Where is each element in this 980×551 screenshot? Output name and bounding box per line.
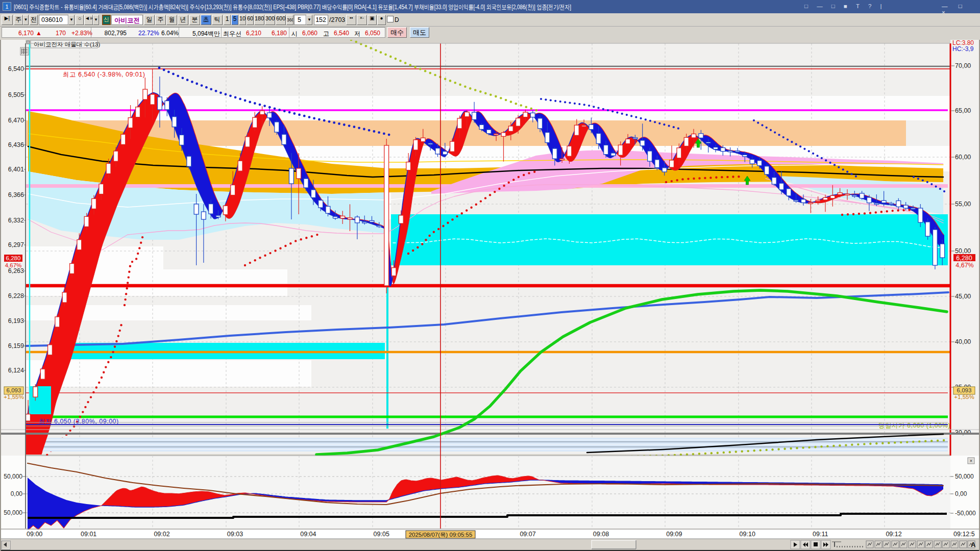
svg-text:6,124: 6,124 [8, 367, 24, 374]
svg-text:+1,55%: +1,55% [4, 394, 23, 400]
svg-text:09:02: 09:02 [154, 531, 169, 538]
svg-text:6,505: 6,505 [8, 91, 24, 98]
svg-text:09:08: 09:08 [593, 531, 609, 538]
svg-text:4,67%: 4,67% [5, 262, 22, 268]
svg-text:09:12: 09:12 [886, 531, 901, 538]
svg-text:65,00: 65,00 [955, 107, 971, 114]
svg-text:45,00: 45,00 [955, 293, 971, 300]
svg-text:당일시가 6,060 (1,00%): 당일시가 6,060 (1,00%) [878, 422, 950, 429]
svg-text:09:11: 09:11 [813, 531, 828, 538]
svg-text:55,00: 55,00 [955, 201, 971, 208]
svg-text:09:01: 09:01 [81, 531, 96, 538]
svg-text:0,00: 0,00 [955, 490, 967, 497]
svg-text:09:03: 09:03 [227, 531, 243, 538]
svg-text:6,401: 6,401 [8, 166, 24, 173]
svg-text:50,000: 50,000 [4, 473, 22, 480]
svg-text:09:10: 09:10 [740, 531, 755, 538]
svg-text:50,000: 50,000 [955, 473, 974, 480]
svg-text:아비코전자 매물대 수(13): 아비코전자 매물대 수(13) [34, 41, 101, 47]
svg-text:60,00: 60,00 [955, 154, 971, 161]
svg-text:6,280: 6,280 [6, 255, 21, 261]
svg-text:09:12:5: 09:12:5 [953, 531, 975, 538]
svg-text:50,000: 50,000 [4, 509, 22, 516]
svg-text:2025/08/07(목) 09:05:55: 2025/08/07(목) 09:05:55 [409, 532, 473, 538]
svg-text:-50,000: -50,000 [955, 510, 976, 517]
svg-text:6,540: 6,540 [8, 65, 24, 72]
svg-text:6,093: 6,093 [957, 387, 972, 393]
svg-text:50,00: 50,00 [955, 247, 971, 255]
svg-text:6,159: 6,159 [8, 342, 24, 349]
svg-text:09:05: 09:05 [374, 531, 389, 538]
svg-text:최고 6,540 (-3.98%, 09:01): 최고 6,540 (-3.98%, 09:01) [63, 71, 145, 78]
svg-text:6,263: 6,263 [8, 267, 24, 274]
svg-text:A: A [971, 541, 976, 548]
svg-text:6,193: 6,193 [8, 317, 24, 324]
svg-text:6,228: 6,228 [8, 292, 24, 299]
svg-text:09:04: 09:04 [300, 531, 316, 538]
svg-text:09:09: 09:09 [666, 531, 682, 538]
svg-text:09:00: 09:00 [27, 531, 42, 538]
svg-text:6,297: 6,297 [8, 241, 24, 248]
svg-text:40,00: 40,00 [955, 338, 971, 345]
svg-text:70,00: 70,00 [955, 62, 971, 69]
svg-text:6,280: 6,280 [956, 255, 972, 262]
svg-text:6,332: 6,332 [8, 217, 24, 224]
svg-text:HC:-3,9: HC:-3,9 [952, 45, 974, 53]
svg-text:+1,55%: +1,55% [954, 394, 974, 400]
svg-text:0,00: 0,00 [11, 490, 23, 497]
svg-text:6,366: 6,366 [8, 191, 24, 198]
svg-text:09:07: 09:07 [520, 531, 535, 538]
svg-text:6,093: 6,093 [7, 387, 21, 393]
svg-text:6,436: 6,436 [8, 141, 24, 148]
svg-text:4,67%: 4,67% [955, 262, 973, 269]
svg-text:6,470: 6,470 [8, 117, 24, 124]
svg-text:최저 6,050 (3.80%, 09:00): 최저 6,050 (3.80%, 09:00) [39, 418, 119, 425]
svg-text:×: × [970, 458, 973, 464]
